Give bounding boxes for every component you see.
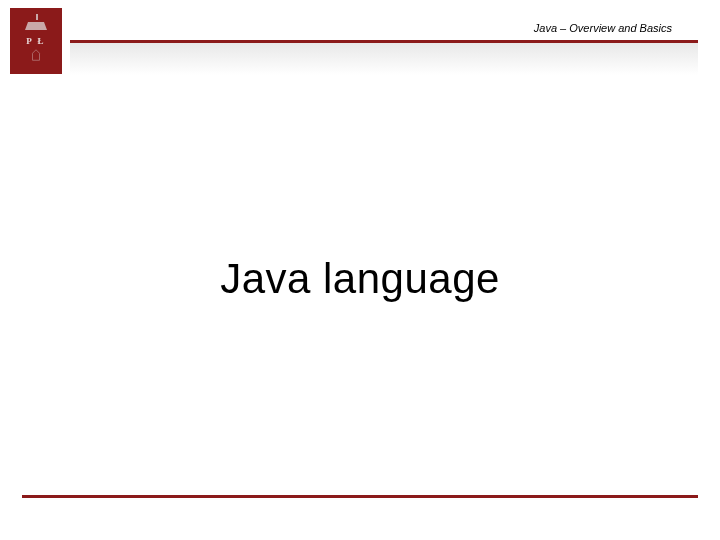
footer-divider <box>22 495 698 498</box>
breadcrumb: Java – Overview and Basics <box>534 22 672 34</box>
logo-letters: P Ł <box>26 36 45 46</box>
header-gradient <box>70 43 698 75</box>
slide-title: Java language <box>0 255 720 303</box>
university-logo: P Ł <box>10 8 62 74</box>
emblem-icon <box>27 48 45 62</box>
boat-icon <box>25 20 47 30</box>
slide-header: P Ł Java – Overview and Basics <box>0 0 720 80</box>
